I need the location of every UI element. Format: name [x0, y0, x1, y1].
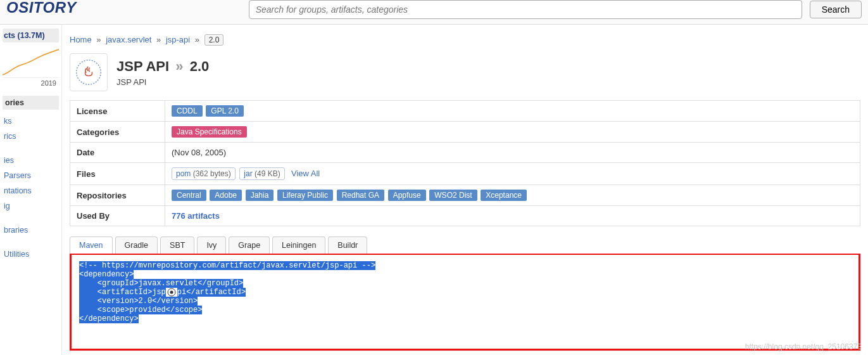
search-button[interactable]: Search: [810, 1, 862, 18]
tab-buildr[interactable]: Buildr: [328, 236, 367, 254]
breadcrumb-sep: »: [192, 35, 202, 44]
meta-label-files: Files: [70, 163, 165, 185]
code-line-part: pi</artifactId>: [177, 288, 246, 297]
sidebar-gap: [3, 238, 59, 247]
meta-label-usedby: Used By: [70, 206, 165, 226]
repo-tag[interactable]: Adobe: [210, 190, 242, 201]
sidebar-heading: ories: [3, 96, 59, 110]
file-jar[interactable]: jar (49 KB): [239, 167, 284, 180]
page-title: JSP API » 2.0: [116, 58, 209, 75]
cursor-icon: [166, 288, 177, 297]
sidebar-item[interactable]: ies: [3, 153, 59, 168]
title-version: 2.0: [190, 58, 210, 74]
tab-sbt[interactable]: SBT: [160, 236, 194, 254]
page-subtitle: JSP API: [116, 77, 209, 87]
meta-label-repos: Repositories: [70, 185, 165, 206]
svg-point-2: [170, 291, 173, 294]
tab-ivy[interactable]: Ivy: [197, 236, 226, 254]
repo-tag[interactable]: WSO2 Dist: [429, 190, 477, 201]
sidebar-item[interactable]: ks: [3, 113, 59, 129]
license-tag[interactable]: GPL 2.0: [206, 105, 244, 117]
build-tool-tabs: Maven Gradle SBT Ivy Grape Leiningen Bui…: [70, 236, 860, 254]
sidebar-item[interactable]: Parsers: [3, 168, 59, 183]
repo-tag[interactable]: Jahia: [246, 190, 274, 201]
title-sep: »: [173, 58, 186, 74]
repo-tag[interactable]: Appfuse: [388, 190, 426, 201]
sparkline-chart: [3, 46, 59, 78]
code-line: <dependency>: [79, 270, 134, 279]
tab-maven[interactable]: Maven: [70, 236, 113, 254]
code-snippet-highlight: <!-- https://mvnrepository.com/artifact/…: [70, 254, 860, 351]
breadcrumb-group[interactable]: javax.servlet: [106, 35, 151, 44]
code-line-part: <artifactId>jsp: [79, 288, 166, 297]
tab-gradle[interactable]: Gradle: [115, 236, 158, 254]
category-tag[interactable]: Java Specifications: [172, 126, 247, 138]
sidebar-item[interactable]: ntations: [3, 183, 59, 198]
sidebar: cts (13.7M) 2019 ories ks rics ies Parse…: [0, 25, 62, 355]
meta-label-license: License: [70, 101, 165, 122]
code-line: </dependency>: [79, 314, 139, 323]
sidebar-item[interactable]: Utilities: [3, 247, 59, 262]
meta-label-date: Date: [70, 143, 165, 163]
sparkline-year: 2019: [3, 78, 59, 92]
sidebar-item[interactable]: rics: [3, 129, 59, 144]
file-pom[interactable]: pom (362 bytes): [172, 167, 236, 180]
logo: OSITORY: [6, 0, 77, 15]
code-line: <scope>provided</scope>: [79, 306, 202, 314]
repo-tag[interactable]: Redhat GA: [337, 190, 384, 201]
sidebar-gap: [3, 214, 59, 223]
sidebar-stat[interactable]: cts (13.7M): [3, 29, 59, 42]
breadcrumb-version: 2.0: [204, 34, 224, 46]
breadcrumb-artifact[interactable]: jsp-api: [166, 35, 190, 44]
usedby-link[interactable]: 776 artifacts: [172, 211, 220, 221]
repo-tag[interactable]: Central: [172, 190, 206, 201]
view-all-files[interactable]: View All: [291, 169, 320, 178]
artifact-icon: [70, 53, 108, 91]
breadcrumb-sep: »: [94, 35, 103, 44]
search-input[interactable]: [249, 0, 802, 19]
breadcrumb-sep: »: [154, 35, 163, 44]
license-tag[interactable]: CDDL: [172, 105, 203, 117]
svg-point-0: [77, 60, 101, 85]
breadcrumb: Home » javax.servlet » jsp-api » 2.0: [70, 31, 860, 53]
title-name: JSP API: [116, 58, 169, 74]
code-line: <!-- https://mvnrepository.com/artifact/…: [79, 261, 375, 270]
sidebar-gap: [3, 144, 59, 153]
code-line: <version>2.0</version>: [79, 297, 198, 306]
meta-date: (Nov 08, 2005): [165, 143, 860, 163]
repo-tag[interactable]: Xceptance: [481, 190, 527, 201]
meta-label-categories: Categories: [70, 122, 165, 143]
sidebar-item[interactable]: ig: [3, 198, 59, 214]
repo-tag[interactable]: Liferay Public: [277, 190, 333, 201]
breadcrumb-home[interactable]: Home: [70, 35, 92, 44]
sidebar-item[interactable]: braries: [3, 223, 59, 238]
tab-leiningen[interactable]: Leiningen: [272, 236, 325, 254]
tab-grape[interactable]: Grape: [229, 236, 270, 254]
code-snippet[interactable]: <!-- https://mvnrepository.com/artifact/…: [72, 255, 859, 349]
code-line: <groupId>javax.servlet</groupId>: [79, 279, 243, 288]
metadata-table: License CDDL GPL 2.0 Categories Java Spe…: [70, 100, 860, 226]
